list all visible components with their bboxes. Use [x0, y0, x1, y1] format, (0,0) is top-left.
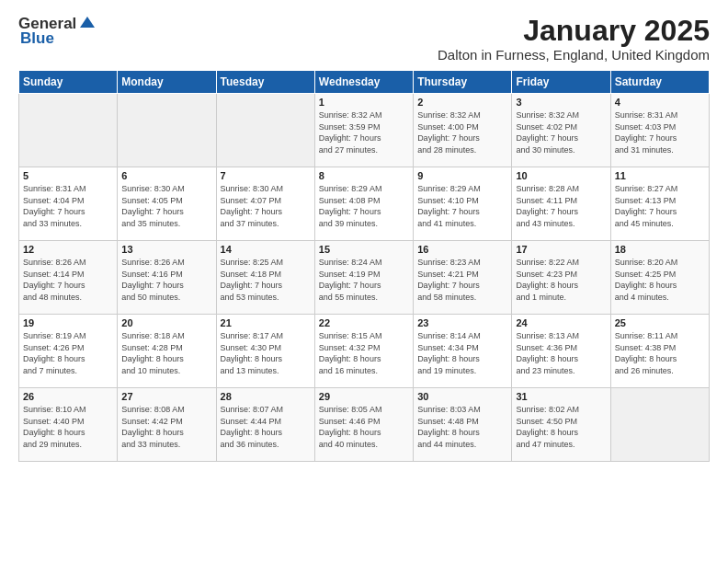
day-number: 14 — [221, 244, 311, 255]
day-number: 10 — [516, 170, 606, 181]
day-number: 13 — [121, 244, 211, 255]
day-info: Sunrise: 8:31 AM Sunset: 4:04 PM Dayligh… — [23, 183, 113, 229]
table-row: 28Sunrise: 8:07 AM Sunset: 4:44 PM Dayli… — [216, 388, 314, 462]
day-number: 9 — [417, 170, 507, 181]
page: General Blue January 2025 Dalton in Furn… — [0, 0, 728, 563]
table-row: 25Sunrise: 8:11 AM Sunset: 4:38 PM Dayli… — [610, 315, 709, 388]
day-number: 4 — [615, 97, 705, 108]
day-info: Sunrise: 8:22 AM Sunset: 4:23 PM Dayligh… — [516, 257, 606, 303]
table-row: 3Sunrise: 8:32 AM Sunset: 4:02 PM Daylig… — [512, 94, 610, 167]
day-info: Sunrise: 8:23 AM Sunset: 4:21 PM Dayligh… — [417, 257, 507, 303]
calendar-week-row: 1Sunrise: 8:32 AM Sunset: 3:59 PM Daylig… — [19, 94, 710, 167]
day-info: Sunrise: 8:25 AM Sunset: 4:18 PM Dayligh… — [221, 257, 311, 303]
table-row: 14Sunrise: 8:25 AM Sunset: 4:18 PM Dayli… — [216, 241, 314, 315]
table-row: 9Sunrise: 8:29 AM Sunset: 4:10 PM Daylig… — [414, 167, 512, 241]
table-row: 12Sunrise: 8:26 AM Sunset: 4:14 PM Dayli… — [19, 241, 118, 315]
table-row: 5Sunrise: 8:31 AM Sunset: 4:04 PM Daylig… — [19, 167, 118, 241]
day-info: Sunrise: 8:32 AM Sunset: 4:02 PM Dayligh… — [516, 109, 606, 155]
day-number: 23 — [417, 317, 507, 328]
day-info: Sunrise: 8:05 AM Sunset: 4:46 PM Dayligh… — [319, 404, 409, 450]
table-row — [118, 94, 216, 167]
table-row: 17Sunrise: 8:22 AM Sunset: 4:23 PM Dayli… — [512, 241, 610, 315]
calendar-week-row: 19Sunrise: 8:19 AM Sunset: 4:26 PM Dayli… — [19, 315, 710, 388]
table-row: 13Sunrise: 8:26 AM Sunset: 4:16 PM Dayli… — [118, 241, 216, 315]
day-info: Sunrise: 8:17 AM Sunset: 4:30 PM Dayligh… — [221, 330, 311, 376]
day-info: Sunrise: 8:30 AM Sunset: 4:07 PM Dayligh… — [221, 183, 311, 229]
table-row: 24Sunrise: 8:13 AM Sunset: 4:36 PM Dayli… — [512, 315, 610, 388]
header-friday: Friday — [512, 71, 610, 94]
table-row: 4Sunrise: 8:31 AM Sunset: 4:03 PM Daylig… — [610, 94, 709, 167]
table-row: 7Sunrise: 8:30 AM Sunset: 4:07 PM Daylig… — [216, 167, 314, 241]
title-block: January 2025 Dalton in Furness, England,… — [438, 15, 710, 63]
day-info: Sunrise: 8:28 AM Sunset: 4:11 PM Dayligh… — [516, 183, 606, 229]
header-saturday: Saturday — [610, 71, 709, 94]
day-info: Sunrise: 8:32 AM Sunset: 3:59 PM Dayligh… — [319, 109, 409, 155]
table-row: 8Sunrise: 8:29 AM Sunset: 4:08 PM Daylig… — [314, 167, 413, 241]
calendar-week-row: 26Sunrise: 8:10 AM Sunset: 4:40 PM Dayli… — [19, 388, 710, 462]
day-number: 22 — [319, 317, 409, 328]
day-info: Sunrise: 8:26 AM Sunset: 4:16 PM Dayligh… — [121, 257, 211, 303]
day-info: Sunrise: 8:14 AM Sunset: 4:34 PM Dayligh… — [417, 330, 507, 376]
day-number: 25 — [615, 317, 705, 328]
day-info: Sunrise: 8:20 AM Sunset: 4:25 PM Dayligh… — [615, 257, 705, 303]
table-row: 31Sunrise: 8:02 AM Sunset: 4:50 PM Dayli… — [512, 388, 610, 462]
header: General Blue January 2025 Dalton in Furn… — [18, 15, 710, 63]
table-row: 6Sunrise: 8:30 AM Sunset: 4:05 PM Daylig… — [118, 167, 216, 241]
day-number: 16 — [417, 244, 507, 255]
table-row: 26Sunrise: 8:10 AM Sunset: 4:40 PM Dayli… — [19, 388, 118, 462]
table-row: 23Sunrise: 8:14 AM Sunset: 4:34 PM Dayli… — [414, 315, 512, 388]
table-row: 10Sunrise: 8:28 AM Sunset: 4:11 PM Dayli… — [512, 167, 610, 241]
table-row: 30Sunrise: 8:03 AM Sunset: 4:48 PM Dayli… — [414, 388, 512, 462]
calendar-week-row: 5Sunrise: 8:31 AM Sunset: 4:04 PM Daylig… — [19, 167, 710, 241]
table-row: 20Sunrise: 8:18 AM Sunset: 4:28 PM Dayli… — [118, 315, 216, 388]
table-row: 21Sunrise: 8:17 AM Sunset: 4:30 PM Dayli… — [216, 315, 314, 388]
svg-marker-0 — [80, 17, 95, 28]
day-info: Sunrise: 8:31 AM Sunset: 4:03 PM Dayligh… — [615, 109, 705, 155]
page-title: January 2025 — [438, 15, 710, 47]
header-thursday: Thursday — [414, 71, 512, 94]
day-number: 11 — [615, 170, 705, 181]
day-number: 12 — [23, 244, 113, 255]
day-info: Sunrise: 8:03 AM Sunset: 4:48 PM Dayligh… — [417, 404, 507, 450]
day-info: Sunrise: 8:26 AM Sunset: 4:14 PM Dayligh… — [23, 257, 113, 303]
day-info: Sunrise: 8:18 AM Sunset: 4:28 PM Dayligh… — [121, 330, 211, 376]
table-row: 18Sunrise: 8:20 AM Sunset: 4:25 PM Dayli… — [610, 241, 709, 315]
day-number: 27 — [121, 391, 211, 402]
table-row: 27Sunrise: 8:08 AM Sunset: 4:42 PM Dayli… — [118, 388, 216, 462]
day-info: Sunrise: 8:13 AM Sunset: 4:36 PM Dayligh… — [516, 330, 606, 376]
header-monday: Monday — [118, 71, 216, 94]
day-number: 17 — [516, 244, 606, 255]
table-row: 2Sunrise: 8:32 AM Sunset: 4:00 PM Daylig… — [414, 94, 512, 167]
table-row: 16Sunrise: 8:23 AM Sunset: 4:21 PM Dayli… — [414, 241, 512, 315]
day-info: Sunrise: 8:29 AM Sunset: 4:08 PM Dayligh… — [319, 183, 409, 229]
day-number: 8 — [319, 170, 409, 181]
header-tuesday: Tuesday — [216, 71, 314, 94]
day-number: 2 — [417, 97, 507, 108]
day-info: Sunrise: 8:15 AM Sunset: 4:32 PM Dayligh… — [319, 330, 409, 376]
day-info: Sunrise: 8:19 AM Sunset: 4:26 PM Dayligh… — [23, 330, 113, 376]
day-info: Sunrise: 8:11 AM Sunset: 4:38 PM Dayligh… — [615, 330, 705, 376]
day-number: 21 — [221, 317, 311, 328]
day-number: 5 — [23, 170, 113, 181]
table-row: 1Sunrise: 8:32 AM Sunset: 3:59 PM Daylig… — [314, 94, 413, 167]
day-info: Sunrise: 8:27 AM Sunset: 4:13 PM Dayligh… — [615, 183, 705, 229]
day-number: 29 — [319, 391, 409, 402]
day-number: 31 — [516, 391, 606, 402]
table-row: 15Sunrise: 8:24 AM Sunset: 4:19 PM Dayli… — [314, 241, 413, 315]
day-info: Sunrise: 8:24 AM Sunset: 4:19 PM Dayligh… — [319, 257, 409, 303]
table-row: 19Sunrise: 8:19 AM Sunset: 4:26 PM Dayli… — [19, 315, 118, 388]
day-number: 7 — [221, 170, 311, 181]
day-info: Sunrise: 8:07 AM Sunset: 4:44 PM Dayligh… — [221, 404, 311, 450]
day-number: 6 — [121, 170, 211, 181]
table-row: 11Sunrise: 8:27 AM Sunset: 4:13 PM Dayli… — [610, 167, 709, 241]
day-number: 15 — [319, 244, 409, 255]
day-number: 19 — [23, 317, 113, 328]
logo: General Blue — [18, 15, 97, 48]
day-info: Sunrise: 8:02 AM Sunset: 4:50 PM Dayligh… — [516, 404, 606, 450]
day-number: 26 — [23, 391, 113, 402]
day-number: 1 — [319, 97, 409, 108]
day-number: 28 — [221, 391, 311, 402]
day-info: Sunrise: 8:08 AM Sunset: 4:42 PM Dayligh… — [121, 404, 211, 450]
table-row: 22Sunrise: 8:15 AM Sunset: 4:32 PM Dayli… — [314, 315, 413, 388]
calendar-header-row: Sunday Monday Tuesday Wednesday Thursday… — [19, 71, 710, 94]
